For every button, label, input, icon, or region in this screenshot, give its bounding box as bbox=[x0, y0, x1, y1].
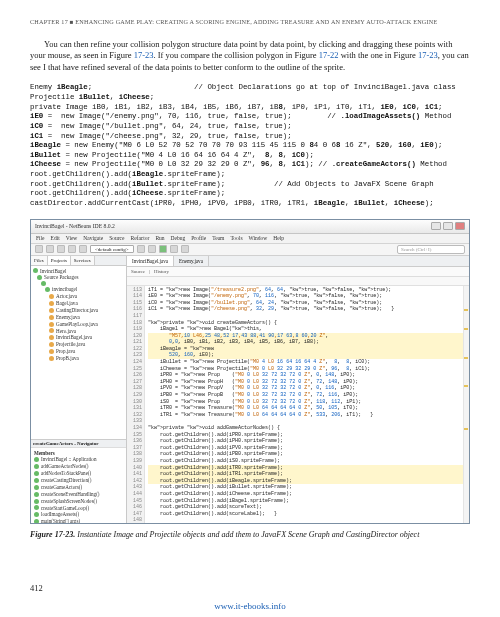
nav-item[interactable]: main(String[] args) bbox=[33, 518, 124, 522]
nav-item[interactable]: createSplashScreenNodes() bbox=[33, 498, 124, 505]
code-block: Enemy iBeagle; // Object Declarations go… bbox=[30, 83, 470, 208]
method-icon bbox=[34, 519, 39, 522]
undo-icon[interactable] bbox=[68, 245, 76, 253]
menu-item[interactable]: Edit bbox=[51, 235, 60, 241]
method-icon bbox=[34, 485, 39, 490]
footer-link[interactable]: www.it-ebooks.info bbox=[0, 601, 500, 611]
minimize-button[interactable] bbox=[431, 222, 441, 230]
menu-item[interactable]: Team bbox=[212, 235, 224, 241]
menu-item[interactable]: Window bbox=[249, 235, 268, 241]
close-button[interactable] bbox=[455, 222, 465, 230]
menu-item[interactable]: File bbox=[36, 235, 45, 241]
ide-titlebar: InvinciBagel - NetBeans IDE 8.0.2 bbox=[31, 220, 469, 234]
side-tab[interactable]: Files bbox=[31, 256, 48, 265]
profile-icon[interactable] bbox=[181, 245, 189, 253]
method-icon bbox=[34, 499, 39, 504]
project-tree[interactable]: InvinciBagelSource PackagesinvincibagelA… bbox=[31, 266, 126, 439]
save-icon[interactable] bbox=[57, 245, 65, 253]
maximize-button[interactable] bbox=[443, 222, 453, 230]
file-icon bbox=[49, 294, 54, 299]
method-icon bbox=[34, 457, 39, 462]
build-icon[interactable] bbox=[137, 245, 145, 253]
editor-sub-toolbar bbox=[127, 277, 469, 286]
navigator-header: createGameActors - Navigator bbox=[31, 440, 126, 448]
debug-icon[interactable] bbox=[170, 245, 178, 253]
side-tab[interactable]: Services bbox=[71, 256, 95, 265]
clean-icon[interactable] bbox=[148, 245, 156, 253]
tree-item[interactable]: Projectile.java bbox=[33, 341, 124, 348]
method-icon bbox=[34, 478, 39, 483]
ide-window: InvinciBagel - NetBeans IDE 8.0.2 FileEd… bbox=[30, 219, 470, 524]
new-file-icon[interactable] bbox=[35, 245, 43, 253]
tree-item[interactable]: GamePlayLoop.java bbox=[33, 321, 124, 328]
tree-item[interactable]: PropB.java bbox=[33, 355, 124, 362]
tree-item[interactable]: Prop.java bbox=[33, 348, 124, 355]
method-icon bbox=[34, 464, 39, 469]
editor-panel: InvinciBagel.javaEnemy.java Source|Histo… bbox=[127, 256, 469, 523]
tree-item[interactable]: invincibagel bbox=[33, 286, 124, 293]
nav-item[interactable]: createStartGameLoop() bbox=[33, 505, 124, 512]
nav-item[interactable]: createSceneEventHandling() bbox=[33, 491, 124, 498]
nav-item[interactable]: addGameActorNodes() bbox=[33, 463, 124, 470]
ide-toolbar: <default config> Search (Ctrl+I) bbox=[31, 244, 469, 256]
file-icon bbox=[49, 328, 54, 333]
figure-ref: 17-23 bbox=[418, 50, 438, 60]
file-icon bbox=[49, 335, 54, 340]
editor-tabs: InvinciBagel.javaEnemy.java bbox=[127, 256, 469, 267]
nav-filter[interactable]: Members bbox=[33, 450, 124, 457]
file-icon bbox=[49, 315, 54, 320]
method-icon bbox=[34, 471, 39, 476]
tree-item[interactable]: Bagel.java bbox=[33, 300, 124, 307]
file-icon bbox=[49, 301, 54, 306]
nav-item[interactable]: InvinciBagel :: Application bbox=[33, 456, 124, 463]
file-icon bbox=[45, 287, 50, 292]
crumb-item[interactable]: Source bbox=[131, 269, 145, 274]
editor-tab[interactable]: InvinciBagel.java bbox=[127, 256, 174, 266]
menu-item[interactable]: Navigate bbox=[83, 235, 103, 241]
menu-item[interactable]: Help bbox=[273, 235, 284, 241]
tree-item[interactable]: InvinciBagel.java bbox=[33, 334, 124, 341]
open-icon[interactable] bbox=[46, 245, 54, 253]
run-icon[interactable] bbox=[159, 245, 167, 253]
menu-item[interactable]: Refactor bbox=[130, 235, 149, 241]
nav-item[interactable]: loadImageAssets() bbox=[33, 511, 124, 518]
navigator-panel[interactable]: createGameActors - Navigator MembersInvi… bbox=[31, 439, 126, 523]
file-icon bbox=[49, 308, 54, 313]
error-stripe[interactable] bbox=[463, 286, 469, 523]
code-area[interactable]: iT1 = "kw">new Image("/treasure2.png", 6… bbox=[145, 286, 469, 523]
side-tab[interactable]: Projects bbox=[48, 256, 71, 265]
file-icon bbox=[37, 275, 42, 280]
side-tabs: FilesProjectsServices bbox=[31, 256, 126, 266]
nav-item[interactable]: createGameActors() bbox=[33, 484, 124, 491]
method-icon bbox=[34, 512, 39, 517]
tree-item[interactable]: Source Packages bbox=[33, 274, 124, 281]
menu-item[interactable]: Profile bbox=[191, 235, 206, 241]
config-dropdown[interactable]: <default config> bbox=[90, 245, 134, 253]
figure-ref: 17-22 bbox=[319, 50, 339, 60]
figure-ref: 17-23 bbox=[134, 50, 154, 60]
window-title: InvinciBagel - NetBeans IDE 8.0.2 bbox=[35, 223, 115, 229]
tree-item[interactable]: Hero.java bbox=[33, 328, 124, 335]
menu-item[interactable]: Tools bbox=[230, 235, 242, 241]
file-icon bbox=[49, 356, 54, 361]
nav-item[interactable]: addNodesToStackPane() bbox=[33, 470, 124, 477]
tree-item[interactable]: CastingDirector.java bbox=[33, 307, 124, 314]
file-icon bbox=[49, 342, 54, 347]
tree-item[interactable]: InvinciBagel bbox=[33, 268, 124, 275]
menu-item[interactable]: Source bbox=[109, 235, 124, 241]
redo-icon[interactable] bbox=[79, 245, 87, 253]
chapter-header: CHAPTER 17 ■ ENHANCING GAME PLAY: CREATI… bbox=[30, 18, 470, 25]
body-paragraph: You can then refine your collision polyg… bbox=[30, 39, 470, 73]
menu-item[interactable]: View bbox=[66, 235, 78, 241]
tree-item[interactable]: Actor.java bbox=[33, 293, 124, 300]
menu-item[interactable]: Debug bbox=[171, 235, 186, 241]
crumb-item[interactable]: History bbox=[154, 269, 169, 274]
search-input[interactable]: Search (Ctrl+I) bbox=[397, 245, 465, 254]
side-panel: FilesProjectsServices InvinciBagelSource… bbox=[31, 256, 127, 523]
editor-tab[interactable]: Enemy.java bbox=[174, 256, 209, 266]
method-icon bbox=[34, 492, 39, 497]
menu-item[interactable]: Run bbox=[155, 235, 164, 241]
nav-item[interactable]: createCastingDirection() bbox=[33, 477, 124, 484]
tree-item[interactable]: Enemy.java bbox=[33, 314, 124, 321]
page-number: 412 bbox=[30, 583, 43, 593]
